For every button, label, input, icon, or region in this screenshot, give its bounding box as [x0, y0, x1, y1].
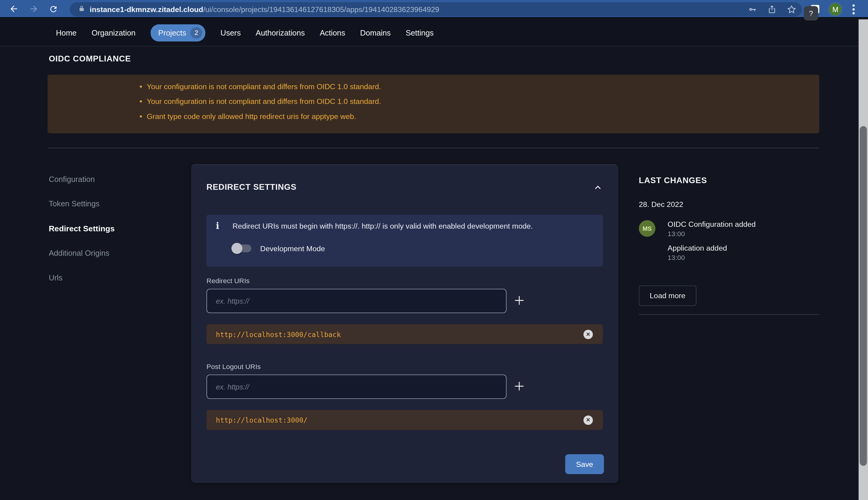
- tab-home[interactable]: Home: [56, 28, 77, 37]
- warning-list: • Your configuration is not compliant an…: [140, 82, 381, 127]
- tab-authorizations[interactable]: Authorizations: [256, 28, 305, 37]
- browser-profile-avatar[interactable]: M: [828, 2, 843, 16]
- last-changes-panel: LAST CHANGES 28. Dec 2022 MS OIDC Config…: [639, 175, 820, 185]
- screen: instance1-dkmnzw.zitadel.cloud/ui/consol…: [0, 0, 868, 500]
- changes-date: 28. Dec 2022: [639, 200, 683, 209]
- url-text: instance1-dkmnzw.zitadel.cloud/ui/consol…: [90, 5, 439, 13]
- development-mode-label: Development Mode: [260, 245, 325, 253]
- sidebar-item-additional-origins[interactable]: Additional Origins: [49, 249, 110, 257]
- browser-menu-icon[interactable]: [853, 4, 855, 16]
- info-icon: i: [216, 221, 219, 231]
- last-changes-title: LAST CHANGES: [639, 175, 820, 185]
- help-button[interactable]: ?: [804, 6, 818, 21]
- password-key-icon[interactable]: [748, 5, 758, 15]
- url-domain: instance1-dkmnzw.zitadel.cloud: [90, 5, 203, 13]
- post-logout-uri-chip: http://localhost:3000/ ×: [207, 410, 603, 430]
- info-text: Redirect URIs must begin with https://. …: [232, 222, 592, 230]
- change-entry-time: 13:00: [668, 254, 685, 262]
- sidebar-item-token-settings[interactable]: Token Settings: [49, 199, 100, 208]
- warning-item: • Your configuration is not compliant an…: [140, 97, 381, 112]
- dev-mode-info-box: i Redirect URIs must begin with https://…: [207, 215, 603, 267]
- changes-divider: [639, 314, 820, 315]
- warning-text: Your configuration is not compliant and …: [147, 82, 381, 91]
- remove-post-logout-uri-button[interactable]: ×: [583, 415, 593, 424]
- remove-redirect-uri-button[interactable]: ×: [583, 330, 593, 339]
- tab-users[interactable]: Users: [221, 28, 241, 37]
- add-redirect-uri-button[interactable]: [513, 294, 526, 308]
- sidebar-item-configuration[interactable]: Configuration: [49, 175, 95, 183]
- console-nav: Home Organization Projects 2 Users Autho…: [0, 19, 859, 46]
- tab-settings[interactable]: Settings: [406, 28, 434, 37]
- load-more-button[interactable]: Load more: [639, 285, 697, 306]
- forward-icon[interactable]: [28, 3, 40, 15]
- warning-text: Grant type code only allowed http redire…: [147, 112, 356, 121]
- tab-projects-label: Projects: [158, 28, 186, 37]
- compliance-warning-banner: • Your configuration is not compliant an…: [48, 75, 819, 134]
- user-avatar: MS: [639, 220, 656, 237]
- projects-count-badge: 2: [190, 27, 202, 38]
- bullet-icon: •: [140, 97, 147, 105]
- tab-organization[interactable]: Organization: [92, 28, 136, 37]
- post-logout-uri-value: http://localhost:3000/: [216, 416, 567, 424]
- page-scrollbar[interactable]: [859, 19, 868, 500]
- redirect-uris-label: Redirect URIs: [207, 277, 249, 285]
- change-entry-label: OIDC Configuration added: [668, 220, 756, 229]
- bullet-icon: •: [140, 82, 147, 91]
- change-entry-time: 13:00: [668, 230, 685, 238]
- address-bar[interactable]: instance1-dkmnzw.zitadel.cloud/ui/consol…: [70, 2, 802, 16]
- tab-actions[interactable]: Actions: [320, 28, 345, 37]
- page-title: OIDC COMPLIANCE: [49, 54, 131, 63]
- back-icon[interactable]: [8, 3, 20, 15]
- tab-projects[interactable]: Projects 2: [151, 24, 205, 41]
- save-button[interactable]: Save: [565, 454, 604, 474]
- redirect-settings-card: REDIRECT SETTINGS i Redirect URIs must b…: [191, 164, 619, 483]
- browser-chrome: instance1-dkmnzw.zitadel.cloud/ui/consol…: [0, 0, 868, 19]
- sidebar-item-redirect-settings[interactable]: Redirect Settings: [49, 224, 115, 233]
- warning-item: • Grant type code only allowed http redi…: [140, 112, 381, 127]
- development-mode-toggle[interactable]: [232, 243, 253, 254]
- url-path: /ui/console/projects/194136146127618305/…: [203, 5, 439, 13]
- section-divider: [48, 148, 819, 148]
- collapse-chevron-icon[interactable]: [593, 183, 603, 192]
- share-icon[interactable]: [767, 4, 777, 14]
- post-logout-uris-label: Post Logout URIs: [207, 363, 261, 371]
- card-title: REDIRECT SETTINGS: [207, 182, 297, 191]
- bookmark-star-icon[interactable]: [787, 4, 797, 14]
- change-entry-label: Application added: [668, 244, 727, 252]
- redirect-uri-chip: http://localhost:3000/callback ×: [207, 324, 603, 344]
- sidebar-item-urls[interactable]: Urls: [49, 273, 63, 282]
- redirect-uri-input[interactable]: [207, 289, 507, 313]
- warning-item: • Your configuration is not compliant an…: [140, 82, 381, 97]
- tab-domains[interactable]: Domains: [360, 28, 391, 37]
- add-post-logout-uri-button[interactable]: [513, 380, 526, 394]
- scrollbar-thumb[interactable]: [859, 126, 867, 466]
- reload-icon[interactable]: [47, 3, 59, 15]
- bullet-icon: •: [140, 112, 147, 121]
- lock-icon: [78, 4, 88, 14]
- post-logout-uri-input[interactable]: [207, 374, 507, 399]
- redirect-uri-value: http://localhost:3000/callback: [216, 330, 567, 339]
- warning-text: Your configuration is not compliant and …: [147, 97, 381, 106]
